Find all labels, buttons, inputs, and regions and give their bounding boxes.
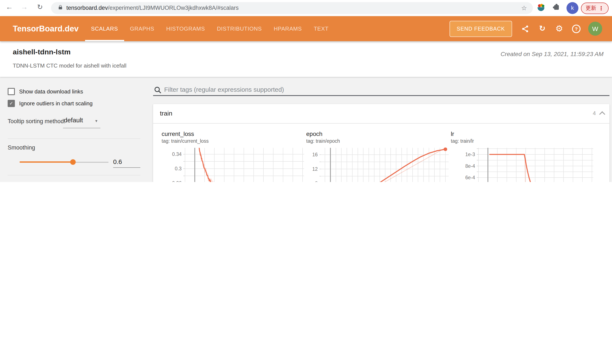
svg-text:8: 8	[315, 181, 318, 182]
chart-plot-lr[interactable]: 04k8k12k16k20k02e-44e-46e-48e-41e-3	[451, 146, 594, 182]
help-icon[interactable]: ?	[572, 25, 581, 33]
tooltip-sorting-select[interactable]: default	[64, 116, 83, 124]
sidebar-divider	[8, 175, 140, 175]
experiment-title: aishell-tdnn-lstm	[13, 48, 70, 56]
show-download-links-label: Show data download links	[19, 88, 83, 94]
smoothing-value-underline	[113, 167, 140, 168]
filter-tags-underline	[153, 95, 610, 96]
bookmark-star-icon[interactable]: ☆	[521, 2, 527, 14]
app-header: TensorBoard.dev SCALARS GRAPHS HISTOGRAM…	[0, 16, 612, 41]
tab-scalars[interactable]: SCALARS	[85, 16, 124, 41]
forward-icon[interactable]: →	[19, 3, 29, 12]
experiment-description: TDNN-LSTM CTC model for aishell with ice…	[13, 63, 126, 69]
tag-group-name: train	[160, 110, 172, 117]
ignore-outliers-row[interactable]: ✓ Ignore outliers in chart scaling	[8, 99, 93, 107]
smoothing-slider-track-rest[interactable]	[73, 162, 109, 162]
smoothing-slider-track[interactable]	[20, 161, 73, 163]
experiment-info-bar: aishell-tdnn-lstm TDNN-LSTM CTC model fo…	[0, 41, 612, 77]
chart-title: lr	[451, 130, 594, 138]
filter-tags-input[interactable]: Filter tags (regular expressions support…	[164, 86, 284, 93]
kebab-menu-icon[interactable]: ⋮	[598, 5, 604, 12]
browser-profile-avatar[interactable]: k	[567, 2, 578, 14]
tab-graphs[interactable]: GRAPHS	[124, 16, 160, 41]
checkbox-checked-icon[interactable]: ✓	[8, 100, 15, 107]
share-icon[interactable]	[520, 16, 530, 41]
lock-icon	[59, 7, 62, 9]
tag-group-card-train: train 4 current_loss tag: train/current_…	[153, 104, 610, 182]
chart-tile-current-loss: current_loss tag: train/current_loss 04k…	[162, 130, 305, 182]
browser-update-menu-button[interactable]: 更新 ⋮	[581, 2, 609, 14]
update-label: 更新	[586, 5, 596, 12]
chart-tag: tag: train/lr	[451, 138, 594, 144]
tag-group-count: 4	[593, 110, 596, 116]
chart-plot-current-loss[interactable]: 04k8k12k16k20k0.180.220.260.30.34	[162, 146, 305, 182]
refresh-icon[interactable]: ↻	[537, 16, 547, 41]
experiment-created-date: Created on Sep 13, 2021, 11:59:23 AM	[501, 51, 603, 57]
nav-tabs: SCALARS GRAPHS HISTOGRAMS DISTRIBUTIONS …	[85, 16, 334, 41]
page: ← → ↻ tensorboard.dev/experiment/LJI9MWU…	[0, 0, 612, 182]
checkbox-unchecked-icon[interactable]	[8, 88, 15, 95]
tab-distributions[interactable]: DISTRIBUTIONS	[211, 16, 268, 41]
browser-toolbar: ← → ↻ tensorboard.dev/experiment/LJI9MWU…	[0, 0, 612, 17]
back-icon[interactable]: ←	[4, 3, 14, 12]
extension-bowl-icon[interactable]	[537, 3, 545, 12]
address-bar[interactable]: tensorboard.dev/experiment/LJI9MWUORLOw3…	[51, 2, 533, 14]
sidebar-divider	[8, 139, 140, 139]
chart-plot-epoch[interactable]: 02k4k6k8k10k12k14k16k18k20k0481216	[306, 146, 449, 182]
svg-text:0.26: 0.26	[172, 180, 181, 182]
svg-text:1e-3: 1e-3	[465, 152, 475, 157]
tag-group-header[interactable]: train 4	[153, 104, 610, 124]
search-icon	[154, 86, 162, 94]
url-text[interactable]: tensorboard.dev/experiment/LJI9MWUORLOw3…	[66, 2, 239, 14]
chart-tag: tag: train/epoch	[306, 138, 449, 144]
chart-tile-epoch: epoch tag: train/epoch 02k4k6k8k10k12k14…	[306, 130, 449, 182]
reload-icon[interactable]: ↻	[35, 3, 45, 11]
chart-tile-lr: lr tag: train/lr 04k8k12k16k20k02e-44e-4…	[451, 130, 594, 182]
tab-text[interactable]: TEXT	[308, 16, 334, 41]
dropdown-underline	[63, 128, 100, 128]
tooltip-sorting-label: Tooltip sorting method:	[8, 118, 66, 124]
extensions-puzzle-icon[interactable]	[553, 4, 560, 11]
app-logo[interactable]: TensorBoard.dev	[13, 16, 79, 41]
svg-text:0.3: 0.3	[175, 166, 181, 171]
user-avatar[interactable]: W	[588, 22, 602, 36]
svg-text:16: 16	[312, 152, 318, 157]
svg-text:12: 12	[312, 166, 318, 172]
chart-title: current_loss	[162, 130, 305, 138]
show-download-links-row[interactable]: Show data download links	[8, 88, 83, 95]
tab-hparams[interactable]: HPARAMS	[268, 16, 308, 41]
smoothing-label: Smoothing	[8, 144, 35, 151]
send-feedback-button[interactable]: SEND FEEDBACK	[449, 21, 512, 37]
collapse-chevron-icon[interactable]	[599, 111, 605, 117]
svg-text:8e-4: 8e-4	[465, 163, 475, 169]
tab-histograms[interactable]: HISTOGRAMS	[160, 16, 211, 41]
settings-gear-icon[interactable]: ⚙	[554, 16, 564, 41]
smoothing-slider-knob[interactable]	[70, 159, 76, 165]
svg-text:6e-4: 6e-4	[465, 175, 475, 180]
smoothing-value[interactable]: 0.6	[113, 158, 122, 165]
chart-title: epoch	[306, 130, 449, 138]
dropdown-arrow-icon[interactable]: ▾	[95, 118, 97, 123]
chart-tag: tag: train/current_loss	[162, 138, 305, 144]
ignore-outliers-label: Ignore outliers in chart scaling	[19, 100, 93, 106]
svg-text:0.34: 0.34	[172, 151, 181, 157]
